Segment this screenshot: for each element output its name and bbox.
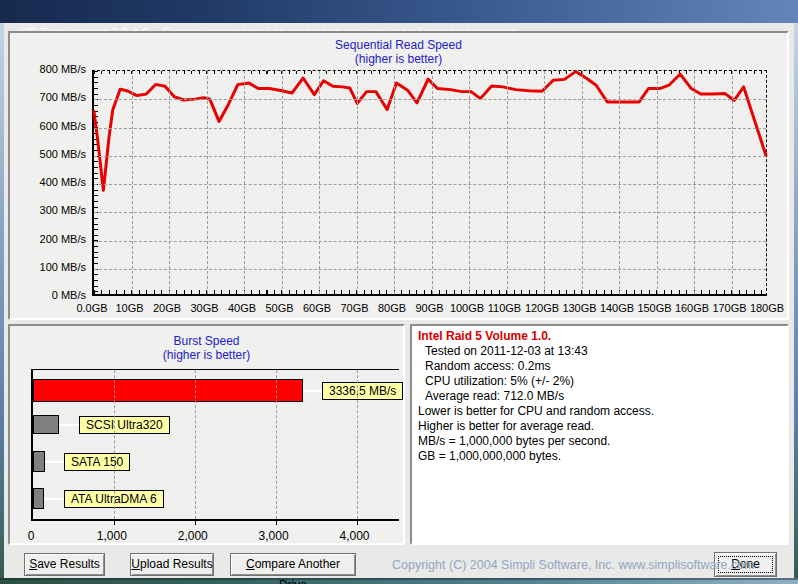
read-speed-line [94,72,766,191]
compare-another-drive-button[interactable]: Compare Another Drive [230,553,356,576]
burst-x-tick-1000: 1,000 [82,529,142,543]
seq-vgrid-110 [507,71,508,294]
burst-bar-tested [33,379,303,402]
drive-name: Intel Raid 5 Volume 1.0. [418,329,781,344]
cpu-utilization-line: CPU utilization: 5% (+/- 2%) [418,374,781,389]
burst-vgrid-1000 [114,370,115,519]
seq-vgrid-20 [169,71,170,294]
seq-chart-svg [94,71,766,294]
seq-vgrid-140 [619,71,620,294]
seq-y-tick-0: 0 MB/s [14,289,86,301]
seq-vgrid-90 [432,71,433,294]
bar-connector [44,498,64,500]
seq-vgrid-80 [394,71,395,294]
save-results-button[interactable]: Save Results [24,553,105,576]
burst-bar-row-tested: 3336.5 MB/s [33,379,399,402]
seq-hgrid-700 [94,99,766,100]
seq-vgrid-100 [469,71,470,294]
seq-chart-title: Sequential Read Speed [10,38,787,52]
burst-vgrid-2000 [195,370,196,519]
seq-vgrid-130 [582,71,583,294]
burst-tick-3000 [276,521,277,525]
burst-speed-panel: Burst Speed (higher is better) 3336.5 MB… [8,324,405,545]
burst-value-label: 3336.5 MB/s [322,382,403,400]
seq-y-tick-500: 500 MB/s [14,148,86,160]
burst-bar-scsi [33,415,59,434]
hd-tach-window: HD Tach version 3.0.4.0 - For non-commer… [0,0,798,584]
seq-y-tick-200: 200 MB/s [14,233,86,245]
seq-x-tick-180: 180GB [737,302,797,314]
window-border-bottom [0,578,798,584]
note-lower-better: Lower is better for CPU and random acces… [418,404,781,419]
seq-y-tick-300: 300 MB/s [14,204,86,216]
burst-chart-subtitle: (higher is better) [10,348,403,362]
burst-tick-4000 [357,521,358,525]
burst-tick-1000 [114,521,115,525]
note-mbs-definition: MB/s = 1,000,000 bytes per second. [418,434,781,449]
sata-label: SATA 150 [64,453,130,471]
burst-x-tick-0: 0 [1,529,61,543]
burst-vgrid-3000 [276,370,277,519]
seq-y-tick-600: 600 MB/s [14,120,86,132]
seq-plot-area [92,70,767,296]
bar-connector [59,424,79,426]
seq-y-tick-800: 800 MB/s [14,63,86,75]
seq-hgrid-300 [94,212,766,213]
title-bar[interactable]: HD Tach version 3.0.4.0 - For non-commer… [0,0,798,23]
seq-y-tick-100: 100 MB/s [14,261,86,273]
seq-vgrid-160 [694,71,695,294]
seq-vgrid-70 [357,71,358,294]
burst-bar-row-ata: ATA UltraDMA 6 [33,488,399,509]
seq-vgrid-40 [244,71,245,294]
drive-info-panel: Intel Raid 5 Volume 1.0. Tested on 2011-… [410,324,789,545]
seq-hgrid-200 [94,241,766,242]
burst-x-tick-3000: 3,000 [244,529,304,543]
burst-bar-row-scsi: SCSI Ultra320 [33,415,399,434]
copyright-text: Copyright (C) 2004 Simpli Software, Inc.… [392,558,755,572]
bar-connector [45,461,64,463]
tested-on-line: Tested on 2011-12-03 at 13:43 [418,344,781,359]
seq-vgrid-60 [319,71,320,294]
burst-plot-area: 3336.5 MB/s SCSI Ultra320 SATA 150 ATA U… [31,369,399,521]
average-read-line: Average read: 712.0 MB/s [418,389,781,404]
burst-x-tick-2000: 2,000 [163,529,223,543]
burst-bar-ata [33,488,44,509]
seq-vgrid-50 [282,71,283,294]
seq-vgrid-30 [207,71,208,294]
burst-bar-row-sata: SATA 150 [33,451,399,472]
sequential-read-panel: Sequential Read Speed (higher is better)… [8,31,789,320]
random-access-line: Random access: 0.2ms [418,359,781,374]
seq-hgrid-500 [94,156,766,157]
burst-vgrid-4000 [357,370,358,519]
upload-results-button[interactable]: Upload Results [130,553,214,576]
seq-hgrid-100 [94,269,766,270]
seq-y-tick-700: 700 MB/s [14,91,86,103]
seq-chart-subtitle: (higher is better) [10,52,787,66]
seq-hgrid-400 [94,184,766,185]
burst-tick-2000 [195,521,196,525]
note-higher-better: Higher is better for average read. [418,419,781,434]
window-border-left [0,23,4,584]
seq-y-tick-400: 400 MB/s [14,176,86,188]
seq-vgrid-120 [544,71,545,294]
seq-vgrid-150 [657,71,658,294]
bar-connector [303,390,322,392]
burst-chart-title: Burst Speed [10,334,403,348]
burst-x-tick-4000: 4,000 [325,529,385,543]
burst-bar-sata [33,451,45,472]
scsi-label: SCSI Ultra320 [79,416,170,434]
note-gb-definition: GB = 1,000,000,000 bytes. [418,449,781,464]
seq-vgrid-170 [732,71,733,294]
seq-vgrid-10 [132,71,133,294]
seq-hgrid-600 [94,128,766,129]
